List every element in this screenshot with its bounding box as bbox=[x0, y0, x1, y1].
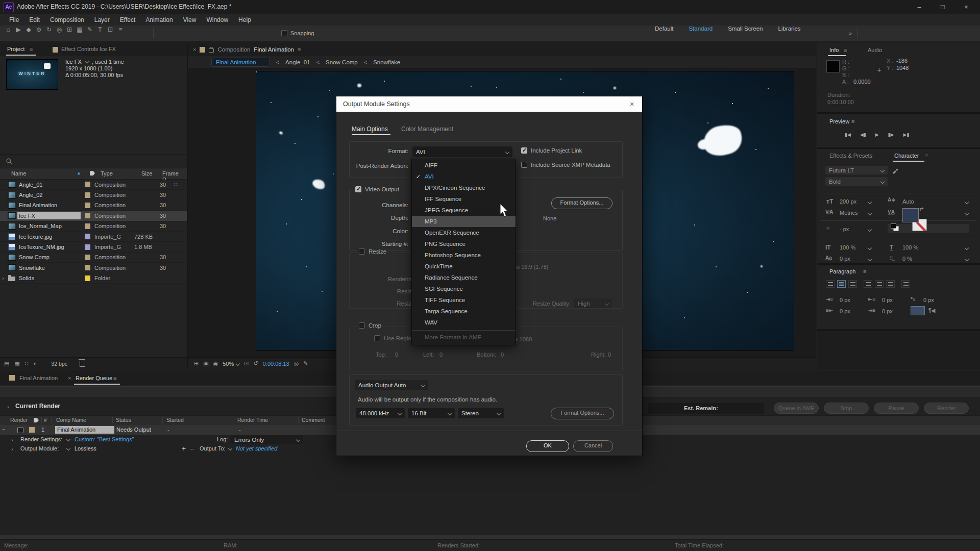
expand-arrow-icon[interactable]: › bbox=[11, 437, 13, 443]
item-name[interactable]: Ice_Normal_Map bbox=[17, 222, 63, 230]
audio-channels-dropdown[interactable]: Stereo bbox=[458, 408, 504, 418]
tab-audio[interactable]: Audio bbox=[868, 47, 882, 53]
dialog-close-icon[interactable]: × bbox=[627, 96, 637, 112]
bit-depth-dropdown[interactable]: 16 Bit bbox=[408, 408, 455, 418]
include-project-link-checkbox[interactable]: Include Project Link bbox=[519, 147, 584, 154]
transport-button[interactable]: ▶▮ bbox=[903, 132, 910, 137]
item-name[interactable]: Snowflake bbox=[17, 264, 46, 271]
label-color-chip[interactable] bbox=[85, 182, 90, 187]
item-name[interactable]: IceTexure.jpg bbox=[17, 233, 54, 240]
tab-project[interactable]: Project bbox=[7, 46, 24, 52]
item-name[interactable]: Angle_01 bbox=[17, 181, 44, 188]
tab-effect-controls[interactable]: Effect Controls Ice FX bbox=[61, 46, 116, 52]
label-color-chip[interactable] bbox=[85, 192, 90, 198]
tool-icon[interactable]: ⌂ bbox=[3, 26, 13, 34]
tool-icon[interactable]: ≡ bbox=[115, 26, 126, 34]
project-search-field[interactable] bbox=[0, 154, 187, 168]
expand-arrow-icon[interactable]: › bbox=[7, 404, 9, 410]
menu-item[interactable]: View bbox=[178, 16, 202, 23]
label-color-chip[interactable] bbox=[85, 223, 90, 229]
comp-color-chip[interactable] bbox=[29, 427, 35, 433]
sample-rate-dropdown[interactable]: 48.000 kHz bbox=[356, 408, 405, 418]
item-name[interactable]: IceTexure_NM.jpg bbox=[17, 243, 66, 251]
font-style-dropdown[interactable]: Bold bbox=[825, 177, 888, 186]
tab-preview[interactable]: Preview bbox=[829, 118, 849, 124]
default-fill-stroke-icon[interactable] bbox=[891, 223, 896, 229]
project-list-header[interactable]: Name ▲ Type Size Frame R... bbox=[0, 168, 187, 180]
panel-menu-icon[interactable] bbox=[925, 153, 928, 159]
transport-button[interactable]: ◀▮ bbox=[860, 132, 866, 137]
font-family-dropdown[interactable]: Futura LT bbox=[825, 166, 888, 174]
align-right-button[interactable] bbox=[848, 280, 857, 288]
panel-menu-icon[interactable] bbox=[844, 47, 847, 53]
label-color-chip[interactable] bbox=[85, 255, 90, 260]
label-column-icon[interactable] bbox=[34, 418, 39, 422]
output-to-link[interactable]: Not yet specified bbox=[236, 445, 277, 452]
render-queue-button[interactable]: Pause bbox=[874, 403, 919, 414]
column-started[interactable]: Started bbox=[166, 417, 184, 423]
chevron-down-icon[interactable] bbox=[868, 200, 872, 204]
chevron-down-icon[interactable] bbox=[66, 437, 70, 441]
maximize-button[interactable]: □ bbox=[932, 0, 954, 14]
item-name[interactable]: Solids bbox=[17, 274, 36, 282]
include-xmp-checkbox[interactable]: Include Source XMP Metadata bbox=[519, 162, 612, 168]
collapse-arrow-icon[interactable]: › bbox=[1, 429, 7, 431]
column-render-time[interactable]: Render Time bbox=[237, 417, 268, 423]
format-option[interactable]: Photoshop Sequence bbox=[412, 249, 516, 261]
add-output-module-icon[interactable]: + bbox=[182, 444, 186, 453]
tool-icon[interactable]: ↻ bbox=[44, 26, 54, 34]
chevron-down-icon[interactable] bbox=[228, 446, 232, 450]
viewer-icon[interactable]: ◉ bbox=[213, 360, 218, 367]
tool-icon[interactable]: ⊞ bbox=[64, 26, 75, 34]
minimize-button[interactable]: – bbox=[908, 0, 930, 14]
tool-icon[interactable]: ⊕ bbox=[34, 26, 44, 34]
viewer-icon[interactable]: ⊡ bbox=[244, 360, 249, 367]
panel-menu-icon[interactable] bbox=[298, 46, 301, 53]
chevron-down-icon[interactable] bbox=[965, 246, 969, 250]
justify-last-center-button[interactable] bbox=[875, 280, 884, 288]
eyedropper-icon[interactable] bbox=[892, 166, 898, 174]
menu-item[interactable]: Composition bbox=[45, 16, 89, 23]
breadcrumb-item[interactable]: < Snowflake bbox=[358, 59, 401, 65]
label-color-chip[interactable] bbox=[85, 213, 90, 218]
viewer-icon[interactable]: ↺ bbox=[253, 360, 258, 367]
format-option[interactable]: AIFF bbox=[412, 160, 516, 171]
panel-menu-icon[interactable] bbox=[863, 268, 866, 274]
tool-icon[interactable]: ◎ bbox=[54, 26, 64, 34]
column-comment[interactable]: Comment bbox=[302, 417, 325, 423]
magnification-dropdown[interactable]: 50% bbox=[223, 361, 239, 367]
chevron-down-icon[interactable] bbox=[66, 446, 70, 450]
item-name[interactable]: Angle_02 bbox=[17, 191, 44, 198]
format-option[interactable]: Radiance Sequence bbox=[412, 272, 516, 283]
column-size[interactable]: Size bbox=[141, 170, 152, 177]
panel-menu-icon[interactable] bbox=[113, 375, 116, 381]
menu-item[interactable]: Help bbox=[233, 16, 256, 23]
format-option[interactable]: TIFF Sequence bbox=[412, 294, 516, 306]
tab-final-animation[interactable]: Final Animation bbox=[19, 375, 58, 381]
space-after-value[interactable]: 0 px bbox=[882, 308, 893, 314]
format-option[interactable]: WAV bbox=[412, 317, 516, 328]
format-option[interactable]: DPX/Cineon Sequence bbox=[412, 182, 516, 193]
item-name[interactable]: Snow Comp bbox=[17, 254, 51, 261]
footer-icon[interactable]: ◐ bbox=[34, 360, 37, 367]
chevron-down-icon[interactable] bbox=[965, 257, 969, 261]
audio-format-options-button[interactable]: Format Options... bbox=[551, 408, 614, 419]
workspace-tab[interactable]: Standard bbox=[689, 26, 713, 32]
menu-item[interactable]: Window bbox=[201, 16, 233, 23]
tab-paragraph[interactable]: Paragraph bbox=[829, 268, 855, 274]
format-option[interactable]: QuickTime bbox=[412, 261, 516, 272]
tab-main-options[interactable]: Main Options bbox=[352, 126, 388, 133]
project-row[interactable]: Final Animation Composition 30 bbox=[0, 201, 187, 211]
column-comp-name[interactable]: Comp Name bbox=[56, 417, 86, 423]
audio-output-dropdown[interactable]: Audio Output Auto bbox=[355, 380, 428, 390]
label-column-icon[interactable] bbox=[90, 171, 95, 176]
bit-depth-indicator[interactable]: 32 bpc bbox=[51, 361, 67, 367]
chevron-down-icon[interactable] bbox=[868, 211, 872, 215]
chevron-down-icon[interactable] bbox=[965, 211, 969, 215]
log-dropdown[interactable]: Errors Only bbox=[231, 435, 303, 444]
tab-comp-name[interactable]: Final Animation bbox=[254, 46, 294, 53]
tsume-value[interactable]: 0 % bbox=[902, 256, 912, 262]
render-settings-link[interactable]: Custom: "Best Settings" bbox=[75, 436, 134, 442]
snapping-checkbox[interactable] bbox=[281, 30, 287, 36]
tool-icon[interactable]: ✎ bbox=[85, 26, 95, 34]
